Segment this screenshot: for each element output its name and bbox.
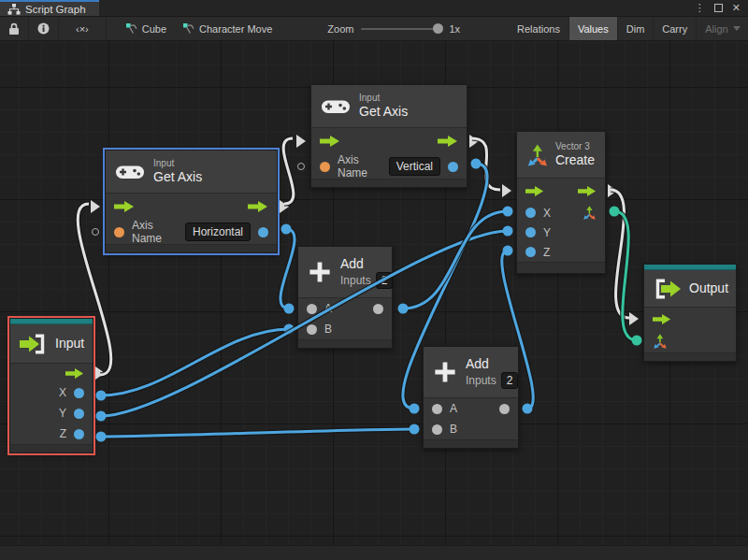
axis-name-port[interactable]: [114, 227, 124, 237]
control-in-arrow-icon[interactable]: [525, 186, 544, 196]
port-b-in[interactable]: [432, 424, 442, 435]
breadcrumb-character-move[interactable]: Character Move: [175, 17, 280, 40]
code-view-icon: ‹×›: [76, 23, 89, 35]
control-wire-arrow: [502, 184, 511, 197]
node-vector3-create[interactable]: Vector 3 Create X Y Z: [516, 131, 606, 274]
lock-button[interactable]: [0, 17, 29, 40]
breadcrumb-label: Cube: [142, 23, 166, 35]
script-graph-window: Script Graph ⋮ ✕ ‹×› Cube Character Move: [0, 0, 748, 560]
zoom-control: Zoom 1x: [318, 17, 469, 40]
control-wire-arrow: [91, 200, 100, 213]
node-title: Input: [55, 336, 84, 352]
node-graph-input[interactable]: Input X Y Z: [9, 318, 94, 453]
control-wire-arrow: [608, 184, 617, 197]
zoom-slider[interactable]: [361, 28, 441, 30]
control-out-arrow-icon[interactable]: [248, 201, 268, 212]
graph-ref-icon: [126, 23, 137, 35]
zoom-label: Zoom: [327, 23, 353, 35]
node-category: Input: [359, 93, 408, 104]
gamepad-icon: [321, 97, 351, 116]
axis-name-port[interactable]: [320, 162, 330, 172]
vector3-out-port-icon[interactable]: [583, 206, 597, 220]
info-button[interactable]: [29, 17, 59, 40]
values-toggle[interactable]: Values: [569, 17, 618, 40]
value-out-port[interactable]: [448, 162, 458, 172]
output-bracket-icon: [654, 279, 682, 299]
port-y-in[interactable]: [525, 227, 536, 237]
zoom-slider-knob[interactable]: [433, 23, 443, 34]
control-out-arrow-icon[interactable]: [438, 136, 458, 147]
node-title: Create: [555, 152, 595, 168]
node-add-1[interactable]: Add Inputs 2 A B: [297, 246, 393, 349]
value-out-port[interactable]: [258, 227, 268, 237]
port-a-in[interactable]: [432, 404, 442, 414]
sum-out-port[interactable]: [373, 304, 383, 314]
vector3-icon: [526, 144, 549, 166]
maximize-icon[interactable]: [714, 4, 723, 12]
axis-name-input[interactable]: Vertical: [389, 157, 440, 176]
control-out-arrow-icon[interactable]: [65, 368, 84, 379]
control-wire-arrow: [469, 135, 479, 148]
unconnected-ring-icon: [92, 228, 99, 236]
port-b-in[interactable]: [307, 324, 317, 335]
node-title: Add: [340, 256, 393, 272]
port-z-in[interactable]: [525, 247, 536, 257]
tab-label: Script Graph: [25, 4, 86, 15]
node-graph-output[interactable]: Output: [643, 264, 737, 362]
kebab-menu-icon[interactable]: ⋮: [695, 2, 705, 14]
breadcrumb-label: Character Move: [199, 23, 272, 35]
control-wire-arrow: [280, 200, 289, 213]
lock-icon: [8, 22, 20, 36]
unconnected-ring-icon: [297, 163, 305, 170]
axis-name-input[interactable]: Horizontal: [185, 223, 251, 241]
port-x-out[interactable]: [74, 388, 84, 398]
sitemap-icon: [7, 4, 21, 15]
port-a-in[interactable]: [307, 304, 317, 314]
gamepad-icon: [115, 163, 145, 181]
title-bar: Script Graph ⋮ ✕: [0, 0, 748, 17]
plus-icon: [308, 260, 332, 284]
carry-toggle[interactable]: Carry: [654, 17, 697, 40]
node-get-axis-horizontal[interactable]: Input Get Axis Axis Name Horizontal: [105, 150, 278, 253]
dim-toggle[interactable]: Dim: [618, 17, 654, 40]
close-icon[interactable]: ✕: [732, 2, 741, 14]
inputs-count-input[interactable]: 2: [501, 372, 519, 389]
control-wire-arrow: [629, 312, 639, 325]
code-view-button[interactable]: ‹×›: [59, 17, 107, 40]
graph-ref-icon: [183, 23, 194, 35]
port-z-out[interactable]: [74, 429, 84, 439]
chevron-down-icon: [733, 26, 741, 35]
control-in-arrow-icon[interactable]: [653, 314, 671, 324]
node-title: Get Axis: [359, 104, 408, 120]
info-icon: [37, 22, 50, 35]
zoom-value: 1x: [449, 23, 460, 35]
control-in-arrow-icon[interactable]: [114, 201, 135, 212]
node-title: Get Axis: [153, 169, 202, 185]
node-title: Add: [466, 356, 518, 372]
relations-toggle[interactable]: Relations: [509, 17, 569, 40]
vector3-in-port-icon[interactable]: [653, 334, 668, 349]
node-category: Input: [153, 158, 202, 169]
port-x-in[interactable]: [525, 208, 536, 218]
control-out-arrow-icon[interactable]: [578, 186, 597, 196]
control-in-arrow-icon[interactable]: [320, 136, 340, 147]
tab-script-graph[interactable]: Script Graph: [0, 0, 99, 16]
graph-toolbar: ‹×› Cube Character Move Zoom 1x Relation…: [0, 17, 748, 41]
inputs-count-input[interactable]: 2: [376, 272, 394, 289]
control-wire-arrow: [296, 135, 306, 148]
node-add-2[interactable]: Add Inputs 2 A B: [423, 346, 519, 449]
align-dropdown[interactable]: Align: [697, 17, 748, 40]
node-title: Output: [689, 280, 728, 296]
plus-icon: [433, 360, 457, 384]
port-y-out[interactable]: [74, 409, 84, 419]
node-category: Vector 3: [555, 141, 595, 152]
node-get-axis-vertical[interactable]: Input Get Axis Axis Name Vertical: [310, 84, 468, 188]
window-bottom-strip: [0, 545, 748, 560]
sum-out-port[interactable]: [499, 404, 510, 414]
control-wire-arrow: [95, 366, 105, 380]
input-bracket-icon: [20, 334, 48, 354]
breadcrumb-cube[interactable]: Cube: [118, 17, 175, 40]
